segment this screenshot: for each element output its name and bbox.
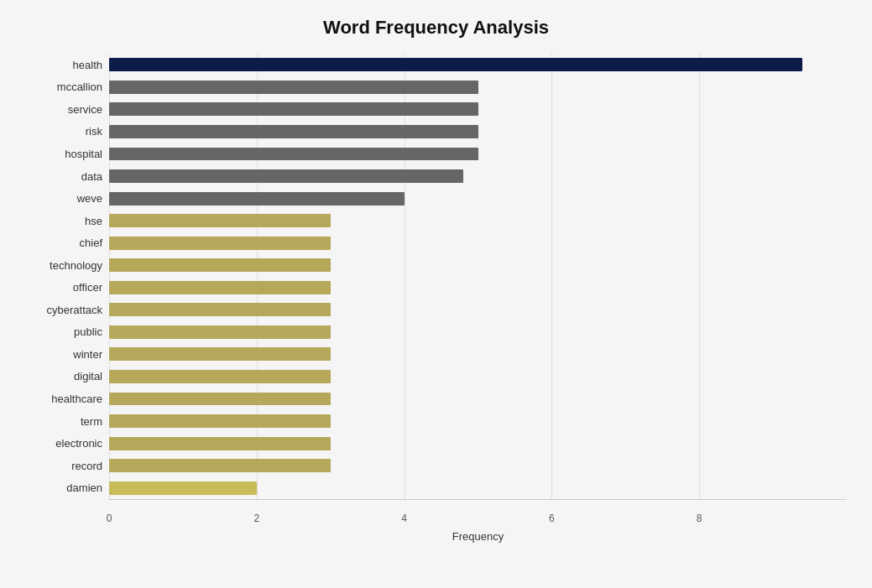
- bar-hospital: [109, 148, 478, 161]
- bar-row-electronic: [109, 432, 847, 455]
- bar-record: [109, 459, 331, 472]
- bar-electronic: [109, 437, 331, 450]
- y-label-electronic: electronic: [55, 438, 102, 449]
- bar-public: [109, 325, 331, 339]
- x-axis: Frequency 02468: [109, 499, 847, 524]
- bars-wrapper: [109, 54, 847, 524]
- bar-row-hospital: [109, 143, 847, 165]
- bar-row-risk: [109, 121, 847, 143]
- bar-digital: [109, 370, 331, 383]
- y-labels: healthmccallionserviceriskhospitaldatawe…: [25, 54, 109, 524]
- y-label-cyberattack: cyberattack: [47, 304, 102, 315]
- y-label-hse: hse: [85, 216, 102, 226]
- x-tick-8: 8: [697, 513, 702, 524]
- y-label-digital: digital: [74, 371, 102, 382]
- y-label-mccallion: mccallion: [57, 81, 102, 92]
- y-label-public: public: [74, 326, 102, 337]
- chart-title: Word Frequency Analysis: [25, 17, 847, 39]
- y-label-risk: risk: [86, 126, 102, 137]
- y-label-chief: chief: [80, 237, 102, 248]
- bar-cyberattack: [109, 303, 331, 316]
- y-label-damien: damien: [66, 482, 102, 493]
- bar-row-mccallion: [109, 76, 847, 99]
- bar-term: [109, 414, 331, 428]
- bar-damien: [109, 481, 257, 495]
- bar-winter: [109, 347, 331, 361]
- bar-row-term: [109, 410, 847, 433]
- y-label-term: term: [81, 416, 102, 427]
- bar-row-weve: [109, 187, 847, 210]
- chart-container: Word Frequency Analysis healthmccallions…: [0, 0, 872, 588]
- bar-row-chief: [109, 232, 847, 254]
- y-label-weve: weve: [77, 193, 102, 204]
- bar-hse: [109, 214, 331, 227]
- bar-row-healthcare: [109, 388, 847, 410]
- bar-mccallion: [109, 81, 478, 94]
- y-label-officer: officer: [73, 282, 102, 293]
- bar-weve: [109, 192, 405, 206]
- x-tick-6: 6: [549, 513, 555, 524]
- y-label-hospital: hospital: [65, 148, 102, 159]
- bar-officer: [109, 281, 331, 294]
- y-label-winter: winter: [73, 349, 102, 360]
- bar-row-hse: [109, 210, 847, 232]
- bar-data: [109, 169, 463, 183]
- bar-risk: [109, 125, 478, 138]
- x-axis-label: Frequency: [452, 530, 504, 543]
- bar-row-data: [109, 165, 847, 188]
- y-label-health: health: [73, 60, 102, 70]
- y-label-record: record: [71, 461, 102, 471]
- bar-healthcare: [109, 393, 331, 406]
- bar-row-cyberattack: [109, 299, 847, 321]
- x-tick-2: 2: [253, 513, 259, 524]
- bars-section: Frequency 02468: [109, 54, 847, 524]
- chart-area: healthmccallionserviceriskhospitaldatawe…: [25, 54, 847, 524]
- bar-row-officer: [109, 276, 847, 299]
- bar-row-damien: [109, 476, 847, 499]
- bar-row-public: [109, 321, 847, 344]
- bar-row-health: [109, 54, 847, 76]
- x-tick-0: 0: [107, 513, 112, 524]
- y-label-data: data: [81, 171, 102, 182]
- bar-row-winter: [109, 343, 847, 366]
- y-label-technology: technology: [50, 260, 102, 271]
- bar-row-technology: [109, 254, 847, 277]
- bar-row-record: [109, 455, 847, 477]
- x-tick-4: 4: [401, 513, 407, 524]
- bar-row-digital: [109, 366, 847, 388]
- bar-health: [109, 58, 802, 71]
- bar-service: [109, 102, 478, 116]
- bar-chief: [109, 237, 331, 250]
- y-label-service: service: [68, 104, 102, 115]
- bar-technology: [109, 258, 331, 272]
- y-label-healthcare: healthcare: [51, 393, 102, 404]
- bar-row-service: [109, 98, 847, 121]
